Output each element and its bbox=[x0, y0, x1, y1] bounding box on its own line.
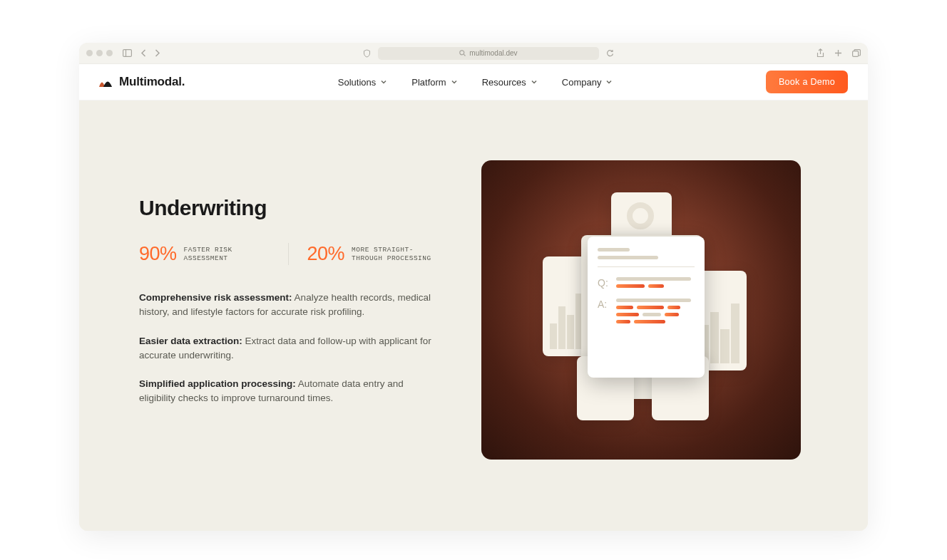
stats-row: 90% FASTER RISK ASSESSMENT 20% MORE STRA… bbox=[139, 243, 439, 265]
browser-chrome-bar: multimodal.dev bbox=[79, 43, 868, 64]
illustration-panel: Q: A: bbox=[481, 160, 801, 460]
stat-value: 90% bbox=[139, 243, 177, 265]
tab-overview-icon[interactable] bbox=[852, 48, 861, 58]
forward-icon[interactable] bbox=[154, 49, 160, 57]
url-text: multimodal.dev bbox=[469, 49, 517, 57]
close-window-icon[interactable] bbox=[86, 50, 93, 56]
stat-label: FASTER RISK ASSESSMENT bbox=[184, 246, 270, 263]
q-label: Q: bbox=[598, 277, 610, 289]
nav-resources[interactable]: Resources bbox=[482, 77, 538, 88]
minimize-window-icon[interactable] bbox=[96, 50, 103, 56]
a-label: A: bbox=[598, 299, 610, 310]
nav-item-label: Resources bbox=[482, 77, 526, 88]
feature-bold: Easier data extraction: bbox=[139, 336, 242, 346]
stat-value: 20% bbox=[307, 243, 345, 265]
back-icon[interactable] bbox=[140, 49, 147, 57]
features-list: Comprehensive risk assessment: Analyze h… bbox=[139, 291, 439, 406]
svg-rect-0 bbox=[123, 50, 132, 57]
nav-company[interactable]: Company bbox=[562, 77, 613, 88]
new-tab-icon[interactable] bbox=[834, 48, 842, 58]
brand-logo[interactable]: Multimodal. bbox=[99, 75, 185, 89]
stat-label: MORE STRAIGHT-THROUGH PROCESSING bbox=[352, 246, 437, 263]
search-icon bbox=[459, 50, 466, 56]
svg-point-2 bbox=[460, 51, 464, 55]
nav-item-label: Platform bbox=[411, 77, 446, 88]
feature-bold: Comprehensive risk assessment: bbox=[139, 292, 292, 303]
feature-item: Simplified application processing: Autom… bbox=[139, 377, 439, 406]
stat-faster-risk: 90% FASTER RISK ASSESSMENT bbox=[139, 243, 289, 265]
chevron-down-icon bbox=[380, 78, 387, 85]
feature-bold: Simplified application processing: bbox=[139, 378, 296, 389]
sidebar-toggle-icon[interactable] bbox=[123, 49, 132, 57]
chevron-down-icon bbox=[605, 78, 613, 85]
page-content: Underwriting 90% FASTER RISK ASSESSMENT … bbox=[79, 100, 868, 531]
chevron-down-icon bbox=[451, 78, 458, 85]
maximize-window-icon[interactable] bbox=[106, 50, 113, 56]
address-bar[interactable]: multimodal.dev bbox=[378, 47, 599, 60]
document-stack-icon: Q: A: bbox=[534, 192, 748, 427]
privacy-shield-icon[interactable] bbox=[363, 49, 371, 58]
feature-item: Comprehensive risk assessment: Analyze h… bbox=[139, 291, 439, 320]
nav-solutions[interactable]: Solutions bbox=[338, 77, 387, 88]
share-icon[interactable] bbox=[817, 48, 824, 58]
feature-item: Easier data extraction: Extract data and… bbox=[139, 334, 439, 363]
stat-straight-through: 20% MORE STRAIGHT-THROUGH PROCESSING bbox=[289, 243, 438, 265]
chevron-down-icon bbox=[531, 78, 538, 85]
foreground-doc-icon: Q: A: bbox=[588, 237, 705, 378]
svg-rect-6 bbox=[853, 51, 859, 57]
page-title: Underwriting bbox=[139, 196, 439, 220]
traffic-lights bbox=[86, 50, 113, 56]
browser-window: multimodal.dev Multimodal. bbox=[79, 43, 868, 531]
nav-item-label: Solutions bbox=[338, 77, 376, 88]
logo-icon bbox=[99, 76, 115, 88]
book-demo-button[interactable]: Book a Demo bbox=[766, 71, 848, 93]
svg-line-3 bbox=[464, 54, 466, 56]
nav-item-label: Company bbox=[562, 77, 602, 88]
brand-name: Multimodal. bbox=[119, 75, 185, 89]
refresh-icon[interactable] bbox=[606, 49, 614, 58]
site-navbar: Multimodal. Solutions Platform Resources… bbox=[79, 64, 868, 100]
nav-platform[interactable]: Platform bbox=[411, 77, 457, 88]
